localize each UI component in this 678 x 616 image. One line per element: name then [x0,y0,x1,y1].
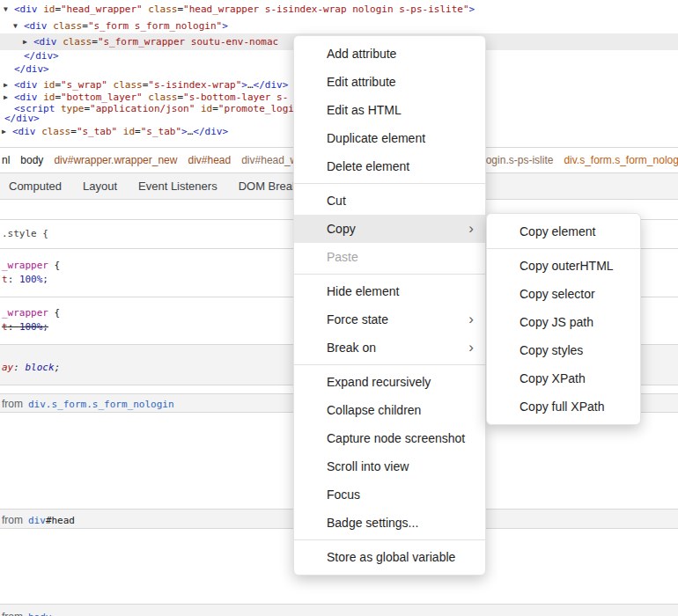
menu-item-label: Cut [327,194,346,208]
context-menu: Add attributeEdit attributeEdit as HTMLD… [293,35,486,576]
submenu-item-copy-outerhtml[interactable]: Copy outerHTML [487,252,640,280]
menu-item-label: Copy outerHTML [520,259,614,273]
menu-item-label: Badge settings... [327,516,418,530]
dom-tree-row[interactable]: ▼<div id="head_wrapper" class="head_wrap… [0,1,678,18]
menu-separator [294,364,485,365]
menu-item-label: Copy full XPath [520,400,605,414]
submenu-item-copy-styles[interactable]: Copy styles [487,336,640,364]
inherited-from-label: from [2,398,23,410]
menu-item-label: Copy JS path [520,315,593,329]
submenu-item-copy-selector[interactable]: Copy selector [487,280,640,308]
inherited-from-link[interactable]: div#head [28,515,75,526]
breadcrumb-item-div-s-form-s-form-nologin[interactable]: div.s_form.s_form_nologin [564,154,678,166]
menu-item-force-state[interactable]: Force state› [294,305,485,334]
menu-separator [294,183,485,184]
menu-item-copy[interactable]: Copy› [294,215,485,243]
css-property-line-overridden[interactable]: t: 100%; [2,320,48,334]
collapse-arrow-icon[interactable]: ▼ [4,1,8,18]
menu-item-collapse-children[interactable]: Collapse children [294,396,485,424]
breadcrumb-item-div-wrapper-wrapper-new[interactable]: div#wrapper.wrapper_new [54,154,177,166]
menu-item-break-on[interactable]: Break on› [294,334,485,362]
css-selector[interactable]: _wrapper { [2,259,60,273]
menu-item-label: Expand recursively [327,375,431,389]
menu-separator [487,248,640,249]
menu-item-label: Duplicate element [327,131,425,145]
submenu-item-copy-full-xpath[interactable]: Copy full XPath [487,392,640,421]
menu-item-label: Copy selector [520,287,595,301]
menu-item-label: Delete element [327,159,409,173]
menu-item-scroll-into-view[interactable]: Scroll into view [294,452,485,480]
menu-item-expand-recursively[interactable]: Expand recursively [294,368,485,396]
submenu-chevron-icon: › [468,305,474,334]
dom-node-text: </div> [0,61,49,77]
menu-item-label: Scroll into view [327,459,409,473]
menu-item-label: Break on [327,341,376,355]
breadcrumb-item-div-head[interactable]: div#head [188,154,231,166]
menu-item-capture-node-screenshot[interactable]: Capture node screenshot [294,424,485,452]
inherited-from-label: from [2,514,23,526]
menu-item-cut[interactable]: Cut [294,187,485,215]
submenu-chevron-icon: › [468,334,474,362]
element-style-rule[interactable]: .style { [2,227,48,241]
menu-item-label: Add attribute [327,47,396,61]
tab-event-listeners[interactable]: Event Listeners [138,180,217,193]
tab-layout[interactable]: Layout [83,180,117,193]
inherited-from-label: from [2,611,23,616]
menu-item-label: Paste [327,250,358,264]
dom-node-text: <div id="head_wrapper" class="head_wrapp… [0,1,475,18]
menu-item-label: Focus [327,488,360,502]
menu-item-label: Edit attribute [327,75,396,89]
collapse-arrow-icon[interactable]: ▼ [13,18,18,34]
inherited-from-link[interactable]: body [28,612,52,616]
menu-item-label: Force state [327,312,388,326]
css-selector[interactable]: _wrapper { [2,306,60,320]
menu-item-label: Capture node screenshot [327,431,465,445]
menu-item-label: Copy [327,222,356,236]
breadcrumb-item-nl[interactable]: nl [2,154,10,166]
css-property-line[interactable]: t: 100%; [2,273,48,287]
dom-node-text: <div class="s_tab" id="s_tab">…</div> [0,123,228,140]
menu-item-label: Copy XPath [520,371,586,385]
menu-item-edit-as-html[interactable]: Edit as HTML [294,96,485,124]
menu-item-label: Edit as HTML [327,103,402,117]
css-property-line-inherited[interactable]: ay: block; [2,361,60,375]
menu-item-store-as-global-variable[interactable]: Store as global variable [294,543,485,571]
submenu-item-copy-xpath[interactable]: Copy XPath [487,364,640,392]
menu-item-label: Collapse children [327,403,421,417]
inherited-from-link[interactable]: div.s_form.s_form_nologin [28,399,174,410]
menu-item-label: Copy element [520,224,595,238]
menu-item-duplicate-element[interactable]: Duplicate element [294,124,485,152]
submenu-chevron-icon: › [468,215,474,243]
menu-item-paste[interactable]: Paste [294,243,485,271]
submenu-item-copy-js-path[interactable]: Copy JS path [487,308,640,336]
menu-separator [294,274,485,275]
menu-item-add-attribute[interactable]: Add attribute [294,40,485,68]
menu-item-label: Copy styles [520,343,583,357]
dom-node-text: <div class="s_form s_form_nologin"> [0,18,228,34]
devtools-window: ▼<div id="head_wrapper" class="head_wrap… [0,0,678,616]
menu-item-label: Hide element [327,284,400,298]
menu-item-edit-attribute[interactable]: Edit attribute [294,68,485,96]
menu-item-label: Store as global variable [327,550,455,564]
dom-tree-row[interactable]: ▼<div class="s_form s_form_nologin"> [0,18,678,34]
menu-separator [294,539,485,540]
menu-item-delete-element[interactable]: Delete element [294,152,485,180]
copy-submenu: Copy elementCopy outerHTMLCopy selectorC… [486,213,641,425]
menu-item-hide-element[interactable]: Hide element [294,277,485,305]
inherited-from-header: from body [0,604,678,616]
tab-computed[interactable]: Computed [9,180,62,193]
menu-item-focus[interactable]: Focus [294,480,485,509]
submenu-item-copy-element[interactable]: Copy element [487,217,640,246]
menu-item-badge-settings[interactable]: Badge settings... [294,509,485,537]
breadcrumb-item-body[interactable]: body [20,154,43,166]
expand-arrow-icon[interactable]: ▶ [2,123,6,140]
